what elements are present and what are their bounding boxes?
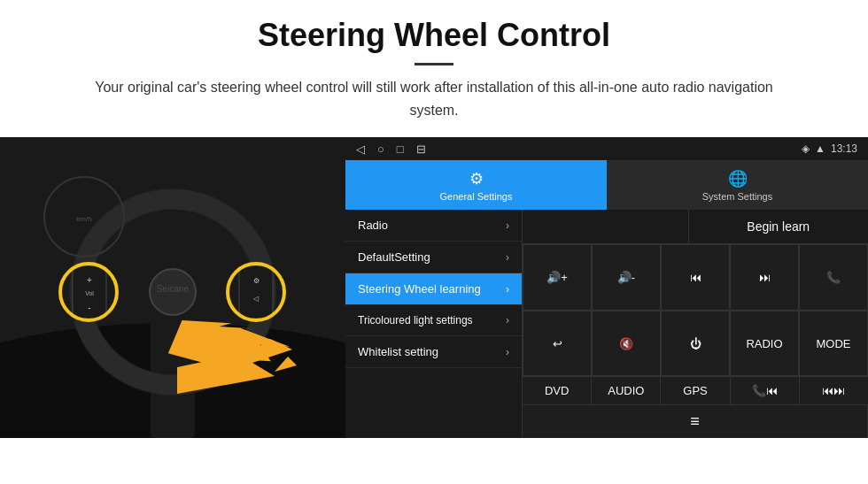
tab-system-settings[interactable]: 🌐 System Settings [607, 160, 868, 210]
page-container: Steering Wheel Control Your original car… [0, 0, 868, 438]
menu-item-whitelist[interactable]: Whitelist setting › [345, 336, 522, 368]
prev-track-icon: ⏮ [690, 271, 701, 284]
control-grid: 🔊+ 🔊- ⏮ ⏭ 📞 [523, 244, 868, 376]
menu-icon-button[interactable]: ≡ [523, 405, 868, 438]
car-image: + Vol - ⚙ ◁ km/h [0, 137, 345, 438]
power-icon: ⏻ [690, 337, 701, 350]
page-title: Steering Wheel Control [35, 16, 833, 54]
power-button[interactable]: ⏻ [661, 311, 730, 377]
bottom-row: DVD AUDIO GPS 📞⏮ ⏮⏭ [523, 376, 868, 404]
prev-next-icon: ⏮⏭ [822, 384, 845, 397]
gps-label: GPS [683, 384, 707, 397]
chevron-icon: › [506, 251, 509, 264]
general-settings-icon: ⚙ [469, 169, 484, 188]
mute-button[interactable]: 🔇 [592, 311, 661, 377]
menu-item-radio[interactable]: Radio › [345, 210, 522, 242]
menu-item-steering-wheel[interactable]: Steering Wheel learning › [345, 273, 522, 305]
dvd-button[interactable]: DVD [523, 377, 592, 404]
hamburger-icon: ≡ [690, 412, 700, 431]
menu-list: Radio › DefaultSetting › Steering Wheel … [345, 210, 868, 438]
right-panel: Begin learn 🔊+ 🔊- ⏮ [523, 210, 868, 438]
status-bar-right: ◈ ▲ 13:13 [802, 142, 857, 155]
chevron-icon: › [506, 283, 509, 296]
time-display: 13:13 [831, 142, 857, 155]
svg-rect-12 [239, 265, 273, 319]
volume-up-button[interactable]: 🔊+ [523, 244, 592, 311]
menu-item-default-setting[interactable]: DefaultSetting › [345, 242, 522, 273]
wifi-icon: ▲ [815, 142, 825, 155]
car-svg: + Vol - ⚙ ◁ km/h [0, 137, 345, 438]
tab-system-label: System Settings [702, 191, 772, 202]
last-row: ≡ [523, 404, 868, 438]
radio-label: RADIO [746, 337, 782, 350]
svg-text:-: - [88, 303, 90, 312]
gps-status-icon: ◈ [802, 142, 810, 155]
mute-icon: 🔇 [619, 337, 633, 350]
volume-down-button[interactable]: 🔊- [592, 244, 661, 311]
tab-general-label: General Settings [440, 191, 513, 202]
tab-bar: ⚙ General Settings 🌐 System Settings [345, 160, 868, 210]
recents-icon[interactable]: □ [397, 142, 404, 156]
header-section: Steering Wheel Control Your original car… [0, 0, 868, 130]
svg-text:Seicane: Seicane [157, 284, 190, 294]
prev-next-button[interactable]: ⏮⏭ [800, 377, 868, 404]
status-bar: ◁ ○ □ ⊟ ◈ ▲ 13:13 [345, 137, 868, 160]
phone-button[interactable]: 📞 [799, 244, 868, 311]
chevron-icon: › [506, 346, 509, 358]
app-icon[interactable]: ⊟ [416, 142, 426, 156]
svg-text:⚙: ⚙ [253, 277, 260, 285]
svg-text:km/h: km/h [76, 215, 91, 223]
volume-up-icon: 🔊+ [546, 271, 568, 284]
gps-button[interactable]: GPS [661, 377, 730, 404]
system-settings-icon: 🌐 [728, 169, 748, 188]
back-icon[interactable]: ◁ [356, 142, 365, 156]
svg-text:Vol: Vol [85, 290, 94, 296]
phone-prev-button[interactable]: 📞⏮ [731, 377, 800, 404]
title-divider [415, 63, 453, 65]
empty-cell [523, 210, 689, 243]
content-section: + Vol - ⚙ ◁ km/h [0, 137, 868, 438]
back-call-button[interactable]: ↩ [523, 311, 592, 377]
mode-label: MODE [817, 337, 851, 350]
tab-general-settings[interactable]: ⚙ General Settings [345, 160, 607, 210]
svg-text:+: + [87, 275, 92, 285]
page-subtitle: Your original car's steering wheel contr… [71, 76, 797, 121]
begin-learn-button[interactable]: Begin learn [689, 210, 869, 243]
phone-prev-icon: 📞⏮ [752, 384, 778, 397]
chevron-icon: › [506, 314, 509, 327]
menu-item-tricoloured[interactable]: Tricoloured light settings › [345, 305, 522, 336]
next-track-button[interactable]: ⏭ [730, 244, 799, 311]
prev-track-button[interactable]: ⏮ [661, 244, 730, 311]
radio-mode-button[interactable]: RADIO [730, 311, 799, 377]
phone-icon: 📞 [826, 271, 841, 284]
next-track-icon: ⏭ [759, 271, 771, 284]
dvd-label: DVD [545, 384, 569, 397]
mode-button[interactable]: MODE [799, 311, 868, 377]
home-icon[interactable]: ○ [377, 142, 384, 156]
chevron-icon: › [506, 219, 509, 232]
audio-button[interactable]: AUDIO [592, 377, 661, 404]
back-call-icon: ↩ [553, 337, 562, 350]
volume-down-icon: 🔊- [617, 271, 635, 284]
android-panel: ◁ ○ □ ⊟ ◈ ▲ 13:13 ⚙ General Settings [345, 137, 868, 438]
car-image-inner: + Vol - ⚙ ◁ km/h [0, 137, 345, 438]
left-menu: Radio › DefaultSetting › Steering Wheel … [345, 210, 523, 438]
audio-label: AUDIO [608, 384, 644, 397]
top-row: Begin learn [523, 210, 868, 244]
svg-text:◁: ◁ [253, 295, 260, 303]
status-bar-left: ◁ ○ □ ⊟ [356, 142, 426, 156]
